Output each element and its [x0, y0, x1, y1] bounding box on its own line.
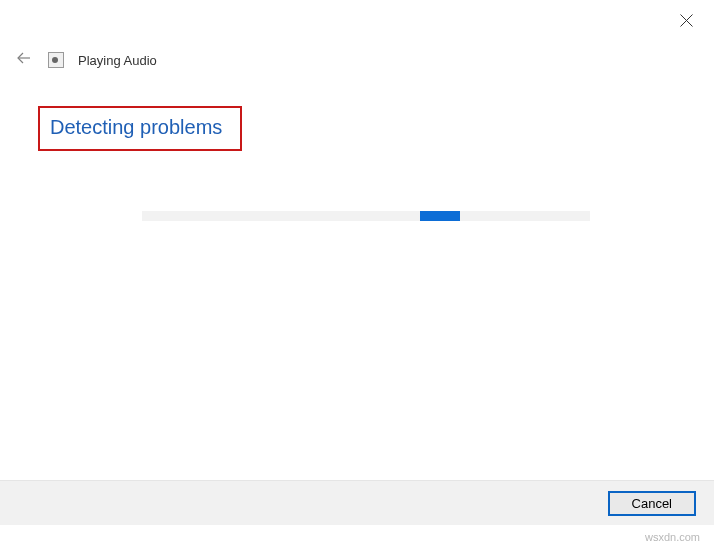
close-icon — [680, 13, 693, 31]
header-bar: Playing Audio — [14, 50, 157, 70]
close-button[interactable] — [676, 12, 696, 32]
footer-bar: Cancel — [0, 480, 714, 525]
cancel-button[interactable]: Cancel — [608, 491, 696, 516]
progress-indicator — [420, 211, 460, 221]
status-heading: Detecting problems — [38, 106, 242, 151]
window-title: Playing Audio — [78, 53, 157, 68]
audio-troubleshooter-icon — [48, 52, 64, 68]
watermark-text: wsxdn.com — [645, 531, 700, 543]
back-arrow-icon — [16, 50, 32, 70]
troubleshooter-window: Playing Audio Detecting problems Cancel … — [0, 0, 714, 555]
progress-track — [142, 211, 590, 221]
back-button[interactable] — [14, 50, 34, 70]
